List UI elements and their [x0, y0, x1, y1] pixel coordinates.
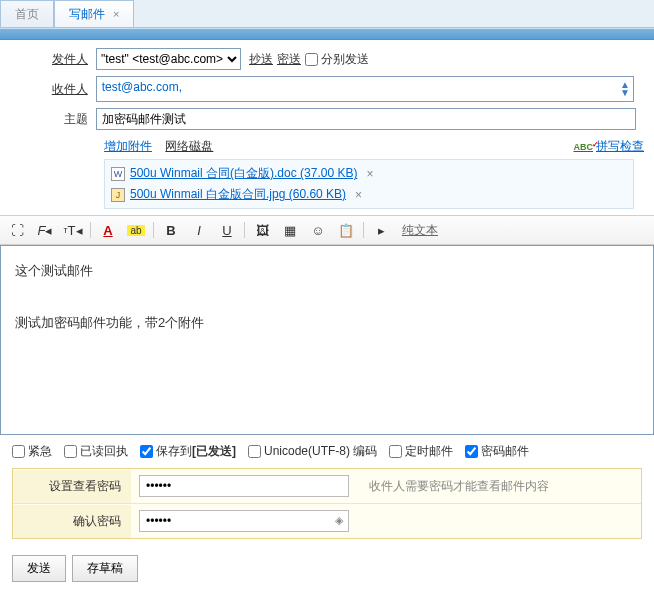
image-icon[interactable]: 🖼: [251, 220, 273, 240]
tab-compose-label: 写邮件: [69, 6, 105, 23]
reveal-password-icon[interactable]: ◈: [335, 514, 343, 527]
attachment-item: J 500u Winmail 白金版合同.jpg (60.60 KB) ×: [111, 184, 627, 205]
receipt-checkbox[interactable]: [64, 445, 77, 458]
font-color-icon[interactable]: A: [97, 220, 119, 240]
separator: [153, 222, 154, 238]
scheduled-checkbox[interactable]: [389, 445, 402, 458]
urgent-label: 紧急: [28, 443, 52, 460]
header-bar: [0, 28, 654, 40]
separator: [90, 222, 91, 238]
plain-text-link[interactable]: 纯文本: [402, 222, 438, 239]
body-line: 测试加密码邮件功能，带2个附件: [15, 310, 639, 336]
urgent-checkbox[interactable]: [12, 445, 25, 458]
send-button[interactable]: 发送: [12, 555, 66, 582]
attachment-link[interactable]: 500u Winmail 合同(白金版).doc (37.00 KB): [130, 165, 357, 182]
add-attachment-link[interactable]: 增加附件: [104, 139, 152, 153]
send-options: 紧急 已读回执 保存到[已发送] Unicode(UTF-8) 编码 定时邮件 …: [0, 435, 654, 468]
cc-link[interactable]: 抄送: [249, 51, 273, 68]
tab-compose[interactable]: 写邮件 ×: [54, 0, 134, 27]
password-panel: 设置查看密码 收件人需要密码才能查看邮件内容 确认密码 ◈: [12, 468, 642, 539]
view-password-label: 设置查看密码: [13, 470, 131, 503]
netdisk-link[interactable]: 网络磁盘: [165, 139, 213, 153]
encoding-label: Unicode(UTF-8) 编码: [264, 443, 377, 460]
password-mail-checkbox[interactable]: [465, 445, 478, 458]
save-draft-button[interactable]: 存草稿: [72, 555, 138, 582]
subject-label: 主题: [10, 111, 96, 128]
compose-form: 发件人 "test" <test@abc.com> 抄送 密送 分别发送 收件人…: [0, 40, 654, 209]
scheduled-label: 定时邮件: [405, 443, 453, 460]
jpg-icon: J: [111, 188, 125, 202]
recipient-label: 收件人: [10, 81, 96, 98]
remove-attachment-icon[interactable]: ×: [351, 188, 366, 202]
expand-icon[interactable]: ▸: [370, 220, 392, 240]
underline-icon[interactable]: U: [216, 220, 238, 240]
separate-send-label: 分别发送: [321, 51, 369, 68]
doc-icon: W: [111, 167, 125, 181]
bold-icon[interactable]: B: [160, 220, 182, 240]
tab-home[interactable]: 首页: [0, 0, 54, 27]
highlight-icon[interactable]: ab: [125, 220, 147, 240]
subject-input[interactable]: [96, 108, 636, 130]
receipt-label: 已读回执: [80, 443, 128, 460]
password-hint: 收件人需要密码才能查看邮件内容: [357, 470, 641, 503]
sender-label: 发件人: [10, 51, 96, 68]
emoji-icon[interactable]: ☺: [307, 220, 329, 240]
separate-send-checkbox[interactable]: [305, 53, 318, 66]
font-size-icon[interactable]: тT◂: [62, 220, 84, 240]
action-bar: 发送 存草稿: [0, 547, 654, 590]
attachment-item: W 500u Winmail 合同(白金版).doc (37.00 KB) ×: [111, 163, 627, 184]
remove-attachment-icon[interactable]: ×: [362, 167, 377, 181]
close-icon[interactable]: ×: [113, 8, 119, 20]
font-family-icon[interactable]: F◂: [34, 220, 56, 240]
signature-icon[interactable]: 📋: [335, 220, 357, 240]
saveto-label: 保存到[已发送]: [156, 443, 236, 460]
attachment-list: W 500u Winmail 合同(白金版).doc (37.00 KB) × …: [104, 159, 634, 209]
separator: [363, 222, 364, 238]
password-mail-label: 密码邮件: [481, 443, 529, 460]
tab-bar: 首页 写邮件 ×: [0, 0, 654, 28]
spellcheck-label: 拼写检查: [596, 138, 644, 155]
recipient-down-icon[interactable]: ▼: [620, 89, 630, 97]
recipient-input[interactable]: test@abc.com,: [96, 76, 634, 102]
table-icon[interactable]: ▦: [279, 220, 301, 240]
attachment-links: 增加附件 网络磁盘: [104, 138, 223, 155]
spellcheck-icon: ABC: [574, 142, 594, 152]
view-password-input[interactable]: [139, 475, 349, 497]
bcc-link[interactable]: 密送: [277, 51, 301, 68]
body-line: 这个测试邮件: [15, 258, 639, 284]
separator: [244, 222, 245, 238]
confirm-password-label: 确认密码: [13, 505, 131, 538]
confirm-password-input[interactable]: [139, 510, 349, 532]
fullscreen-icon[interactable]: ⛶: [6, 220, 28, 240]
saveto-checkbox[interactable]: [140, 445, 153, 458]
italic-icon[interactable]: I: [188, 220, 210, 240]
message-body[interactable]: 这个测试邮件 测试加密码邮件功能，带2个附件: [0, 245, 654, 435]
spellcheck-link[interactable]: ABC 拼写检查: [574, 138, 645, 155]
editor-toolbar: ⛶ F◂ тT◂ A ab B I U 🖼 ▦ ☺ 📋 ▸ 纯文本: [0, 215, 654, 245]
tab-home-label: 首页: [15, 6, 39, 23]
encoding-checkbox[interactable]: [248, 445, 261, 458]
sender-select[interactable]: "test" <test@abc.com>: [96, 48, 241, 70]
attachment-link[interactable]: 500u Winmail 白金版合同.jpg (60.60 KB): [130, 186, 346, 203]
